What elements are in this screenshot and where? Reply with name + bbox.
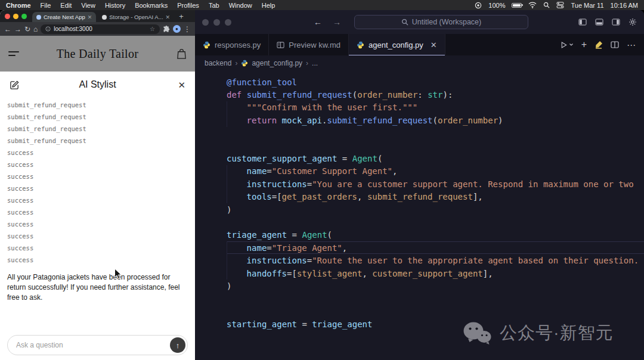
menu-item-help[interactable]: Help [262, 2, 275, 9]
breadcrumb-more[interactable]: ... [312, 59, 318, 67]
address-bar[interactable]: localhost:3000 ☆ [41, 24, 160, 34]
chevron-down-icon [569, 42, 574, 47]
indent-guide [227, 267, 247, 280]
zoom-window-button[interactable] [225, 19, 231, 26]
settings-gear-icon[interactable] [628, 18, 637, 26]
toggle-secondary-sidebar-icon[interactable] [612, 18, 620, 26]
code-line[interactable]: tools=[get_past_orders, submit_refund_re… [227, 191, 644, 203]
log-entry: submit_refund_request [7, 111, 188, 123]
back-icon[interactable]: ← [4, 26, 11, 33]
code-line[interactable] [227, 216, 644, 228]
menubar-time[interactable]: 10:16 AM [611, 2, 638, 9]
menu-item-profiles[interactable]: Profiles [177, 2, 199, 9]
home-icon[interactable]: ⌂ [33, 26, 38, 33]
code-line[interactable]: instructions="You are a customer support… [227, 178, 644, 190]
go-back-icon[interactable]: ← [314, 17, 322, 27]
code-line[interactable]: handoffs=[stylist_agent, customer_suppor… [227, 267, 644, 280]
menu-item-bookmarks[interactable]: Bookmarks [135, 2, 168, 9]
menu-item-window[interactable]: Window [229, 2, 252, 9]
log-entry: success [7, 194, 188, 206]
spotlight-search-icon[interactable] [543, 2, 550, 8]
browser-tab-create-next-app[interactable]: Create Next App ✕ [32, 12, 96, 22]
code-line[interactable] [227, 139, 644, 152]
close-tab-icon[interactable]: ✕ [431, 41, 437, 49]
vscode-window-controls [202, 19, 231, 26]
indent-guide [227, 241, 247, 254]
close-tab-icon[interactable]: ✕ [88, 14, 92, 20]
breadcrumb-folder[interactable]: backend [205, 59, 231, 67]
indent-guide [227, 165, 247, 178]
chevron-right-icon: › [306, 59, 308, 67]
menu-item-edit[interactable]: Edit [60, 2, 72, 9]
toggle-panel-icon[interactable] [595, 18, 603, 26]
reload-icon[interactable]: ↻ [24, 26, 30, 33]
screen-record-icon[interactable] [475, 2, 482, 9]
code-line[interactable] [227, 293, 644, 305]
menu-item-view[interactable]: View [81, 2, 95, 9]
code-line[interactable]: ) [227, 280, 644, 292]
bookmark-star-icon[interactable]: ☆ [150, 26, 155, 32]
zoom-window-button[interactable] [21, 14, 27, 19]
tab-favicon [36, 15, 41, 20]
code-line[interactable]: name="Customer Support Agent", [227, 165, 644, 178]
new-tab-button[interactable]: + [176, 12, 187, 21]
code-line[interactable]: def submit_refund_request(order_number: … [227, 88, 644, 101]
log-entry: success [7, 242, 188, 254]
minimize-window-button[interactable] [13, 14, 18, 19]
run-python-file-button[interactable] [560, 41, 574, 49]
close-window-button[interactable] [202, 19, 209, 26]
split-editor-icon[interactable] [611, 41, 619, 49]
web-page: The Daily Tailor AI Stylist ✕ submit_ref… [0, 36, 195, 360]
code-line[interactable] [227, 127, 644, 139]
watermark-text: 公众号·新智元 [500, 321, 614, 345]
workspace-search-box[interactable]: Untitled (Workspace) [354, 15, 528, 29]
control-center-icon[interactable] [556, 1, 564, 9]
minimize-window-button[interactable] [213, 19, 220, 26]
window-controls [5, 14, 27, 19]
toggle-sidebar-icon[interactable] [578, 18, 587, 26]
code-editor[interactable]: @function_tooldef submit_refund_request(… [195, 70, 644, 360]
breadcrumb-file[interactable]: agent_config.py [252, 59, 302, 67]
menu-item-tab[interactable]: Tab [209, 2, 219, 9]
code-line[interactable]: @function_tool [227, 76, 644, 88]
go-forward-icon[interactable]: → [333, 17, 341, 27]
tab-agent-config-py[interactable]: agent_config.py ✕ [349, 34, 445, 55]
menu-item-file[interactable]: File [41, 2, 51, 9]
menubar-date[interactable]: Tue Mar 11 [571, 2, 603, 9]
code-line[interactable]: ) [227, 203, 644, 216]
new-file-button[interactable]: + [581, 40, 587, 49]
code-line[interactable]: instructions="Route the user to the appr… [227, 254, 644, 266]
menu-item-history[interactable]: History [105, 2, 125, 9]
code-line[interactable]: """Confirm with the user first.""" [227, 101, 644, 114]
more-actions-icon[interactable]: ⋯ [627, 41, 636, 49]
wifi-icon[interactable] [528, 2, 537, 8]
close-window-button[interactable] [5, 14, 10, 19]
profile-avatar[interactable]: ● [173, 25, 181, 33]
code-line[interactable]: triage_agent = Agent( [227, 229, 644, 241]
indent-guide [227, 191, 247, 203]
menu-items: FileEditViewHistoryBookmarksProfilesTabW… [41, 2, 275, 9]
code-line[interactable]: customer_support_agent = Agent( [227, 152, 644, 165]
battery-icon[interactable] [512, 3, 522, 8]
code-line[interactable] [227, 305, 644, 318]
site-info-icon[interactable] [45, 26, 51, 32]
tab-preview-kw-md[interactable]: Preview kw.md [269, 34, 349, 55]
close-panel-icon[interactable]: ✕ [178, 80, 185, 89]
compose-icon[interactable] [10, 80, 20, 90]
extensions-icon[interactable] [163, 26, 170, 33]
menu-app-name[interactable]: Chrome [6, 2, 31, 9]
browser-menu-icon[interactable]: ⋮ [184, 26, 191, 33]
tab-responses-py[interactable]: responses.py [195, 34, 269, 55]
highlighter-pen-icon[interactable] [595, 41, 603, 49]
close-tab-icon[interactable]: ✕ [166, 14, 171, 20]
code-line[interactable]: return mock_api.submit_refund_request(or… [227, 114, 644, 126]
python-icon [241, 60, 248, 67]
shopping-bag-icon[interactable] [177, 48, 187, 60]
hamburger-menu-icon[interactable] [8, 51, 19, 56]
forward-icon[interactable]: → [14, 26, 21, 33]
log-entry: success [7, 182, 188, 194]
send-button[interactable]: ↑ [170, 337, 185, 353]
ask-question-input[interactable] [7, 335, 188, 355]
browser-tab-storage-openai[interactable]: Storage - OpenAI A... ✕ [98, 12, 174, 22]
code-line[interactable]: name="Triage Agent", [227, 241, 644, 254]
